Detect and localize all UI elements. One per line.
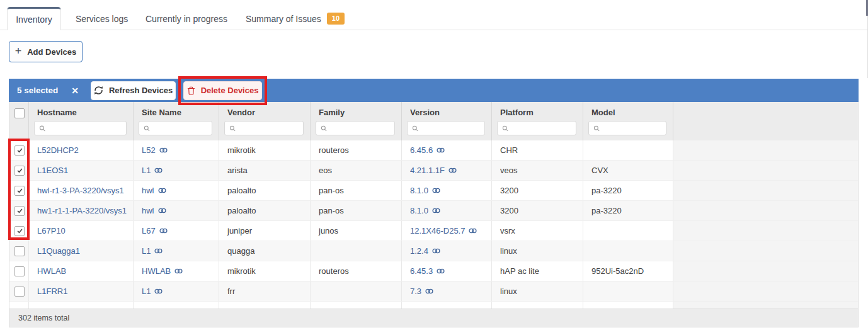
version-link[interactable]: 1.2.4 <box>402 241 492 261</box>
tab-services-logs[interactable]: Services logs <box>76 8 128 30</box>
hostname-link[interactable]: hw1-r1-1-PA-3220/vsys1 <box>29 201 134 220</box>
table-row: L1EOS1 L1 arista eos 4.21.1.1F veos CVX <box>9 161 858 181</box>
version-link[interactable]: 12.1X46-D25.7 <box>402 221 492 241</box>
items-total: 302 items total <box>18 314 69 322</box>
link-icon <box>154 168 163 173</box>
version-filter-input[interactable] <box>421 122 484 135</box>
family-filter-input[interactable] <box>330 122 394 135</box>
link-icon <box>469 228 477 234</box>
site-link[interactable]: L1 <box>134 241 219 261</box>
column-header-version[interactable]: Version <box>410 108 485 117</box>
row-checkbox[interactable] <box>14 287 25 297</box>
version-link[interactable]: 7.3 <box>402 281 492 301</box>
site-link[interactable]: HWLAB <box>134 261 219 281</box>
delete-devices-button[interactable]: Delete Devices <box>183 81 262 100</box>
search-icon <box>502 125 508 132</box>
search-icon <box>39 125 46 132</box>
vendor-cell: frr <box>219 281 311 301</box>
model-cell: 952Ui-5ac2nD <box>583 261 673 281</box>
hostname-filter-input[interactable] <box>49 122 126 135</box>
select-all-checkbox[interactable] <box>14 108 25 118</box>
link-icon <box>437 268 445 274</box>
link-icon <box>154 288 163 294</box>
column-header-model[interactable]: Model <box>591 108 666 117</box>
column-header-vendor[interactable]: Vendor <box>227 108 304 117</box>
hostname-link[interactable]: L1Quagga1 <box>29 241 134 261</box>
link-icon <box>432 208 440 213</box>
version-link[interactable]: 6.45.6 <box>402 140 492 160</box>
site-name-filter-input[interactable] <box>153 122 212 135</box>
link-icon <box>158 208 166 213</box>
clear-selection-icon[interactable]: ✕ <box>71 86 79 96</box>
version-link[interactable]: 4.21.1.1F <box>402 161 492 180</box>
search-icon <box>412 125 418 132</box>
site-link[interactable]: L52 <box>134 140 219 160</box>
version-link[interactable]: 8.1.0 <box>402 181 492 200</box>
table-row-partial <box>9 302 858 309</box>
row-checkbox[interactable] <box>14 226 25 236</box>
trash-icon <box>187 86 195 95</box>
link-icon <box>174 268 183 274</box>
model-cell <box>583 221 673 241</box>
row-checkbox[interactable] <box>14 145 25 156</box>
plus-icon: + <box>15 45 22 57</box>
family-cell: pan-os <box>311 201 402 220</box>
column-header-platform[interactable]: Platform <box>500 108 576 117</box>
refresh-devices-button[interactable]: Refresh Devices <box>91 81 176 100</box>
version-link[interactable]: 6.45.3 <box>402 261 492 281</box>
site-link[interactable]: L1 <box>134 161 219 180</box>
table-row: L67P10 L67 juniper junos 12.1X46-D25.7 v… <box>9 221 858 241</box>
model-cell <box>583 241 673 261</box>
column-header-hostname[interactable]: Hostname <box>37 108 127 117</box>
family-cell: routeros <box>311 140 402 160</box>
family-cell: routeros <box>311 261 402 281</box>
devices-table: Hostname Site Name Vendor Family Version… <box>9 102 859 327</box>
search-icon <box>593 125 600 132</box>
model-cell: pa-3220 <box>583 201 673 220</box>
column-header-site-name[interactable]: Site Name <box>142 108 212 117</box>
platform-cell: hAP ac lite <box>492 261 583 281</box>
model-filter-input[interactable] <box>603 122 666 135</box>
platform-cell: CHR <box>492 140 583 160</box>
site-link[interactable]: hwl <box>134 201 219 220</box>
row-checkbox[interactable] <box>14 206 25 216</box>
site-link[interactable]: L1 <box>134 281 219 301</box>
row-checkbox[interactable] <box>14 186 25 196</box>
vendor-filter-input[interactable] <box>239 122 303 135</box>
platform-filter-input[interactable] <box>511 122 576 135</box>
tab-inventory[interactable]: Inventory <box>7 7 61 30</box>
refresh-devices-label: Refresh Devices <box>109 86 173 95</box>
tab-currently-in-progress[interactable]: Currently in progress <box>146 8 227 30</box>
model-cell <box>583 281 673 301</box>
table-row: HWLAB HWLAB mikrotik routeros 6.45.3 hAP… <box>9 261 858 281</box>
add-devices-button[interactable]: + Add Devices <box>9 41 83 62</box>
vendor-cell: quagga <box>219 241 311 261</box>
hostname-link[interactable]: L67P10 <box>29 221 134 241</box>
link-icon <box>432 248 440 254</box>
hostname-link[interactable]: L1FRR1 <box>29 281 134 301</box>
search-icon <box>144 125 150 132</box>
column-header-family[interactable]: Family <box>319 108 395 117</box>
link-icon <box>432 188 440 193</box>
site-link[interactable]: hwl <box>134 181 219 200</box>
row-checkbox[interactable] <box>14 266 25 276</box>
refresh-icon <box>94 86 103 95</box>
hostname-link[interactable]: HWLAB <box>29 261 134 281</box>
issues-count-badge: 10 <box>327 13 345 25</box>
platform-cell: 3200 <box>492 181 583 200</box>
hostname-link[interactable]: hwl-r1-3-PA-3220/vsys1 <box>29 181 134 200</box>
family-cell <box>311 241 402 261</box>
version-link[interactable]: 8.1.0 <box>402 201 492 220</box>
row-checkbox[interactable] <box>14 166 25 176</box>
search-icon <box>321 125 327 132</box>
platform-cell: veos <box>492 161 583 180</box>
table-row: hwl-r1-3-PA-3220/vsys1 hwl paloalto pan-… <box>9 181 858 201</box>
selection-toolbar: 5 selected ✕ Refresh Devices <box>9 79 859 102</box>
family-cell: eos <box>311 161 402 180</box>
family-cell: pan-os <box>311 181 402 200</box>
row-checkbox[interactable] <box>14 246 25 256</box>
hostname-link[interactable]: L1EOS1 <box>29 161 134 180</box>
site-link[interactable]: L67 <box>134 221 219 241</box>
hostname-link[interactable]: L52DHCP2 <box>29 140 134 160</box>
tab-summary-of-issues[interactable]: Summary of Issues 10 <box>246 8 345 30</box>
